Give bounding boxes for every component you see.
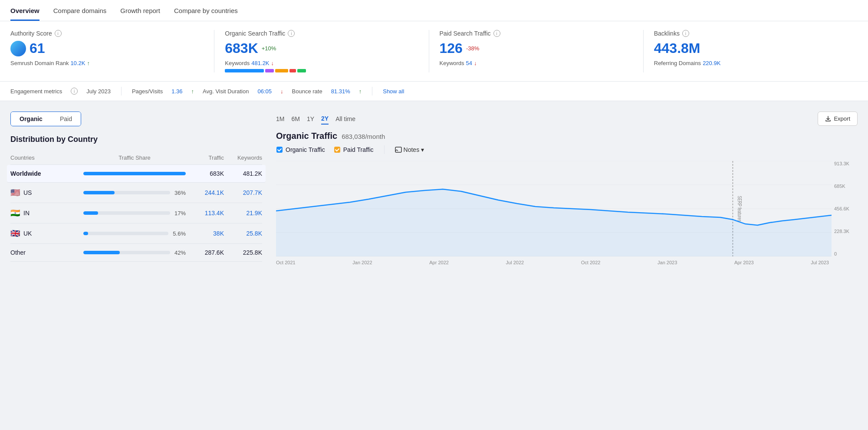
y-label-max: 913.3K xyxy=(834,161,858,166)
bounce-label: Bounce rate xyxy=(292,88,322,95)
y-label-4: 228.3K xyxy=(834,229,858,234)
avg-visit-value: 06:05 xyxy=(257,88,272,95)
x-axis-labels: Oct 2021 Jan 2022 Apr 2022 Jul 2022 Oct … xyxy=(276,260,858,265)
paid-traffic-checkbox-icon[interactable] xyxy=(334,146,341,153)
time-btn-all[interactable]: All time xyxy=(335,114,355,124)
chart-svg: SERP features xyxy=(276,161,832,256)
country-other: Other xyxy=(10,249,80,256)
notes-label: Notes xyxy=(404,146,420,153)
time-btn-2y[interactable]: 2Y xyxy=(321,113,329,125)
organic-traffic-checkbox-icon[interactable] xyxy=(276,146,283,153)
authority-score-card: Authority Score i 61 Semrush Domain Rank… xyxy=(10,30,214,72)
distribution-title: Distribution by Country xyxy=(10,135,262,144)
traffic-in: 113.4K xyxy=(189,210,224,217)
bounce-value: 81.31% xyxy=(331,88,350,95)
x-label-1: Jan 2022 xyxy=(352,260,372,265)
engagement-info-icon[interactable]: i xyxy=(71,88,78,95)
eng-divider-1 xyxy=(121,87,122,95)
backlinks-value: 443.8M xyxy=(654,40,847,56)
paid-search-card: Paid Search Traffic i 126 -38% Keywords … xyxy=(429,30,644,72)
y-label-min: 0 xyxy=(834,251,858,256)
chart-with-axis: SERP features 913.3K 685K 456.6K 228.3K … xyxy=(276,161,858,256)
paid-search-sub: Keywords 54 ↓ xyxy=(440,60,633,66)
table-row: 🇬🇧 UK 5.6% 38K 25.8K xyxy=(10,223,262,244)
paid-search-info-icon[interactable]: i xyxy=(493,30,500,37)
country-us: 🇺🇸 US xyxy=(10,188,80,197)
chart-header: 1M 6M 1Y 2Y All time Export xyxy=(276,112,858,126)
tab-paid[interactable]: Paid xyxy=(51,112,81,126)
x-label-4: Oct 2022 xyxy=(581,260,601,265)
authority-score-circle xyxy=(10,41,26,56)
col-traffic: Traffic xyxy=(189,154,224,161)
x-label-6: Apr 2023 xyxy=(734,260,754,265)
backlinks-label: Backlinks i xyxy=(654,30,847,37)
svg-marker-10 xyxy=(276,189,832,256)
table-header: Countries Traffic Share Traffic Keywords xyxy=(10,151,262,165)
paid-search-change: -38% xyxy=(466,45,479,52)
notes-button[interactable]: Notes ▾ xyxy=(395,146,424,153)
backlinks-sub: Referring Domains 220.9K xyxy=(654,60,847,66)
traffic-worldwide: 683K xyxy=(189,170,224,177)
export-button[interactable]: Export xyxy=(818,112,858,126)
x-label-3: Jul 2022 xyxy=(506,260,524,265)
legend-paid-label: Paid Traffic xyxy=(343,146,374,153)
chart-title: Organic Traffic xyxy=(276,131,337,141)
keywords-worldwide: 481.2K xyxy=(227,170,262,177)
right-panel: 1M 6M 1Y 2Y All time Export Organic Traf… xyxy=(276,112,858,265)
paid-search-label: Paid Search Traffic i xyxy=(440,30,633,37)
chart-title-row: Organic Traffic 683,038/month xyxy=(276,131,858,141)
bar-us: 36% xyxy=(83,190,186,196)
chart-area: SERP features xyxy=(276,161,832,256)
col-keywords: Keywords xyxy=(227,154,262,161)
keywords-in: 21.9K xyxy=(227,210,262,217)
legend-divider xyxy=(384,145,385,154)
bounce-arrow: ↑ xyxy=(359,88,362,95)
legend-organic-label: Organic Traffic xyxy=(286,146,325,153)
chart-container: SERP features 913.3K 685K 456.6K 228.3K … xyxy=(276,161,858,265)
paid-search-value: 126 -38% xyxy=(440,40,633,56)
authority-score-info-icon[interactable]: i xyxy=(55,30,62,37)
bar-worldwide xyxy=(83,172,186,175)
time-btn-1m[interactable]: 1M xyxy=(276,114,284,124)
tab-organic[interactable]: Organic xyxy=(11,112,51,126)
chart-legend: Organic Traffic Paid Traffic Notes ▾ xyxy=(276,145,858,154)
engagement-bar: Engagement metrics i July 2023 Pages/Vis… xyxy=(0,82,868,101)
pages-visits-label: Pages/Visits xyxy=(132,88,163,95)
keywords-uk: 25.8K xyxy=(227,230,262,237)
metrics-bar: Authority Score i 61 Semrush Domain Rank… xyxy=(0,21,868,82)
organic-search-value: 683K +10% xyxy=(225,40,418,56)
keywords-other: 225.8K xyxy=(227,249,262,256)
nav-compare-countries[interactable]: Compare by countries xyxy=(174,0,238,21)
engagement-label: Engagement metrics xyxy=(10,88,62,95)
notes-chevron: ▾ xyxy=(421,146,424,153)
show-all-link[interactable]: Show all xyxy=(383,88,404,95)
main-content: Organic Paid Distribution by Country Cou… xyxy=(0,101,868,276)
time-btn-6m[interactable]: 6M xyxy=(291,114,299,124)
nav-overview[interactable]: Overview xyxy=(10,0,39,21)
backlinks-info-icon[interactable]: i xyxy=(682,30,689,37)
table-row: 🇺🇸 US 36% 244.1K 207.7K xyxy=(10,183,262,203)
time-btn-1y[interactable]: 1Y xyxy=(307,114,314,124)
organic-search-change: +10% xyxy=(262,45,276,52)
eng-divider-2 xyxy=(372,87,372,95)
engagement-date: July 2023 xyxy=(86,88,111,95)
authority-score-sub: Semrush Domain Rank 10.2K ↑ xyxy=(10,60,204,66)
bar-in: 17% xyxy=(83,210,186,217)
country-in: 🇮🇳 IN xyxy=(10,208,80,218)
export-icon xyxy=(825,116,831,122)
backlinks-card: Backlinks i 443.8M Referring Domains 220… xyxy=(644,30,858,72)
nav-compare-domains[interactable]: Compare domains xyxy=(53,0,107,21)
notes-icon xyxy=(395,147,402,153)
organic-search-card: Organic Search Traffic i 683K +10% Keywo… xyxy=(214,30,429,72)
organic-search-info-icon[interactable]: i xyxy=(288,30,295,37)
x-label-2: Apr 2022 xyxy=(429,260,449,265)
nav-growth-report[interactable]: Growth report xyxy=(120,0,160,21)
chart-subtitle: 683,038/month xyxy=(342,133,385,140)
traffic-other: 287.6K xyxy=(189,249,224,256)
legend-paid: Paid Traffic xyxy=(334,146,374,153)
organic-search-sub: Keywords 481.2K ↓ xyxy=(225,60,418,66)
authority-score-label: Authority Score i xyxy=(10,30,204,37)
pages-visits-value: 1.36 xyxy=(171,88,182,95)
country-worldwide: Worldwide xyxy=(10,170,80,177)
col-countries: Countries xyxy=(10,154,80,161)
